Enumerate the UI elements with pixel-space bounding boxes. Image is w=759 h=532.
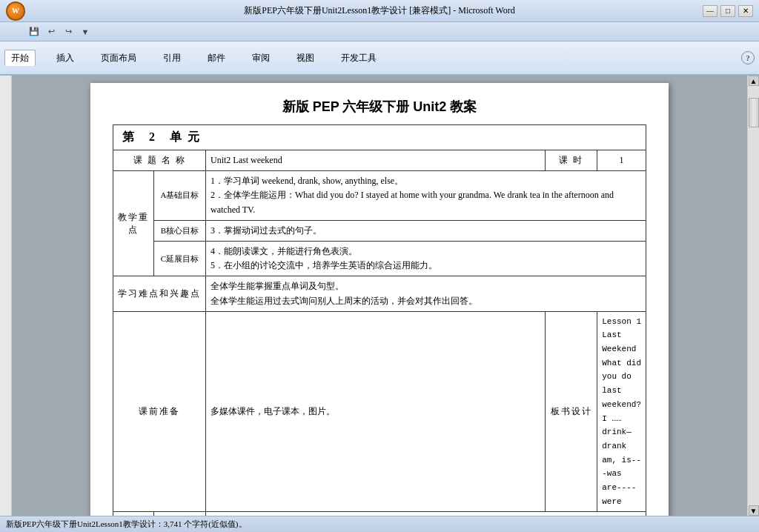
- teaching-item-2: 2．全体学生能运用：What did you do? I stayed at h…: [211, 190, 614, 214]
- main-area: 新版 PEP 六年级下册 Unit2 教案 第 2 单元 课 题 名 称 Uni…: [0, 76, 759, 516]
- difficulties-label: 学习难点和兴趣点: [113, 276, 206, 311]
- help-button[interactable]: ?: [741, 51, 755, 64]
- teaching-item-1: 1．学习单词 weekend, drank, show, anything, e…: [211, 176, 403, 186]
- office-logo: W: [12, 7, 19, 15]
- title-bar: W 新版PEP六年级下册Unit2Lesson1教学设计 [兼容模式] - Mi…: [0, 0, 759, 22]
- time-value: 1: [597, 150, 646, 171]
- tab-mail[interactable]: 邮件: [202, 50, 231, 66]
- difficulty-2: 全体学生能运用过去式询问别人上周末的活动，并会对其作出回答。: [211, 296, 477, 306]
- table-row-step: 导入内容 Step1：预习温故（用时5分钟） 1、Let's chant： Ev…: [113, 512, 646, 516]
- close-button[interactable]: ✕: [738, 5, 753, 17]
- tab-review[interactable]: 审阅: [246, 50, 276, 66]
- unit-header-cell: 第 2 单元: [113, 125, 646, 150]
- teaching-item-4: 4．能朗读课文，并能进行角色表演。: [211, 246, 357, 256]
- board-label: 板书设计: [546, 311, 597, 512]
- step-content: Step1：预习温故（用时5分钟） 1、Let's chant： Every w…: [206, 512, 646, 516]
- minimize-button[interactable]: —: [703, 5, 717, 17]
- tab-insert[interactable]: 插入: [50, 50, 80, 66]
- sub-label-a: A基础目标: [154, 171, 206, 221]
- tab-layout[interactable]: 页面布局: [95, 50, 142, 66]
- sub-label-b: B核心目标: [154, 220, 206, 241]
- lesson-plan-table: 第 2 单元 课 题 名 称 Unit2 Last weekend 课 时 1 …: [113, 124, 646, 516]
- quick-access-toolbar: 💾 ↩ ↪ ▼: [0, 22, 759, 41]
- tab-view[interactable]: 视图: [291, 50, 320, 66]
- save-button[interactable]: 💾: [27, 24, 42, 39]
- document-area[interactable]: 新版 PEP 六年级下册 Unit2 教案 第 2 单元 课 题 名 称 Uni…: [12, 76, 747, 516]
- maximize-button[interactable]: □: [720, 5, 735, 17]
- board-content: Lesson 1 Last Weekend What did you do la…: [597, 311, 646, 512]
- teaching-focus-label: 教学重点: [113, 171, 154, 276]
- table-row-teaching-focus: 教学重点 A基础目标 1．学习单词 weekend, drank, show, …: [113, 171, 646, 221]
- customize-button[interactable]: ▼: [78, 24, 93, 39]
- status-text: 新版PEP六年级下册Unit2Lesson1教学设计：3,741 个字符(近似值…: [6, 519, 247, 530]
- vertical-scrollbar[interactable]: ▲ ▼: [747, 76, 759, 516]
- table-row-subject: 课 题 名 称 Unit2 Last weekend 课 时 1: [113, 150, 646, 171]
- subject-label: 课 题 名 称: [113, 150, 206, 171]
- ribbon: 开始 插入 页面布局 引用 邮件 审阅 视图 开发工具 ?: [0, 41, 759, 76]
- extended-content: 4．能朗读课文，并能进行角色表演。 5．在小组的讨论交流中，培养学生英语的综合运…: [206, 241, 646, 276]
- undo-button[interactable]: ↩: [44, 24, 59, 39]
- office-button[interactable]: W: [6, 1, 25, 21]
- title-bar-left: W: [6, 1, 25, 21]
- table-row-difficulties: 学习难点和兴趣点 全体学生能掌握重点单词及句型。 全体学生能运用过去式询问别人上…: [113, 276, 646, 311]
- ruler-left: [0, 76, 12, 516]
- time-label: 课 时: [546, 150, 597, 171]
- status-bar: 新版PEP六年级下册Unit2Lesson1教学设计：3,741 个字符(近似值…: [0, 516, 759, 532]
- table-row-core: B核心目标 3．掌握动词过去式的句子。: [113, 220, 646, 241]
- table-row-preparation: 课前准备 多媒体课件，电子课本，图片。 板书设计 Lesson 1 Last W…: [113, 311, 646, 512]
- redo-button[interactable]: ↪: [61, 24, 76, 39]
- tab-reference[interactable]: 引用: [157, 50, 187, 66]
- difficulties-content: 全体学生能掌握重点单词及句型。 全体学生能运用过去式询问别人上周末的活动，并会对…: [206, 276, 646, 311]
- core-content: 3．掌握动词过去式的句子。: [206, 220, 646, 241]
- window-controls: — □ ✕: [703, 5, 753, 17]
- teaching-item-3: 3．掌握动词过去式的句子。: [211, 225, 322, 236]
- difficulty-1: 全体学生能掌握重点单词及句型。: [211, 281, 344, 291]
- sub-label-c: C延展目标: [154, 241, 206, 276]
- tab-developer[interactable]: 开发工具: [335, 50, 382, 66]
- scroll-down-button[interactable]: ▼: [749, 505, 759, 516]
- document-page: 新版 PEP 六年级下册 Unit2 教案 第 2 单元 课 题 名 称 Uni…: [90, 83, 669, 516]
- window-title: 新版PEP六年级下册Unit2Lesson1教学设计 [兼容模式] - Micr…: [244, 4, 514, 17]
- table-row-extended: C延展目标 4．能朗读课文，并能进行角色表演。 5．在小组的讨论交流中，培养学生…: [113, 241, 646, 276]
- preparation-label: 课前准备: [113, 311, 206, 512]
- table-row-unit: 第 2 单元: [113, 125, 646, 150]
- step-divider: [113, 512, 154, 516]
- subject-value: Unit2 Last weekend: [206, 150, 546, 171]
- page-title: 新版 PEP 六年级下册 Unit2 教案: [113, 98, 646, 116]
- tab-start[interactable]: 开始: [4, 50, 36, 66]
- teaching-item-5: 5．在小组的讨论交流中，培养学生英语的综合运用能力。: [211, 260, 437, 270]
- preparation-value: 多媒体课件，电子课本，图片。: [206, 311, 546, 512]
- guide-label: 导入内容: [154, 512, 206, 516]
- scroll-up-button[interactable]: ▲: [749, 76, 759, 86]
- scroll-thumb[interactable]: [749, 98, 759, 127]
- teaching-focus-content: 1．学习单词 weekend, drank, show, anything, e…: [206, 171, 646, 221]
